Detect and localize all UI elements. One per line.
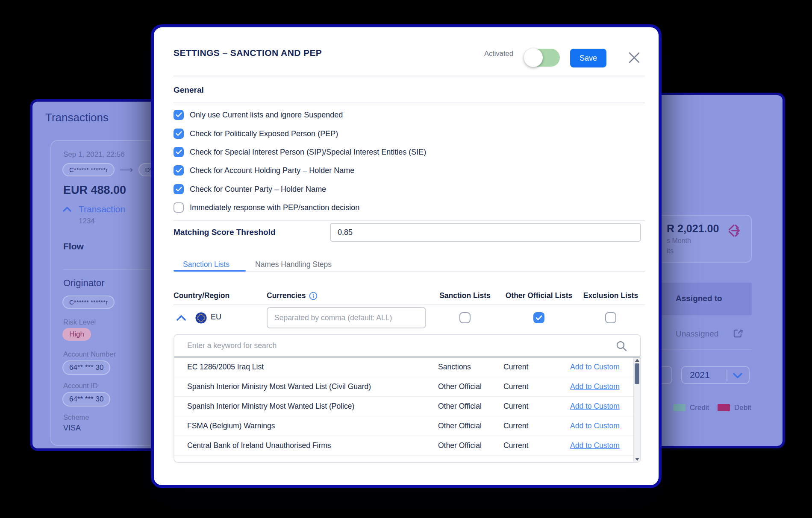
summary-line2: s Month	[667, 237, 691, 245]
transfer-diamond-icon	[727, 222, 743, 239]
add-to-custom-link[interactable]: Add to Custom	[570, 461, 620, 463]
scroll-down-arrow[interactable]	[635, 458, 639, 461]
risk-level-badge: High	[62, 328, 91, 341]
sanction-lists-checkbox[interactable]	[459, 312, 471, 323]
threshold-input[interactable]	[330, 223, 641, 242]
credit-legend-swatch	[673, 404, 685, 411]
checkbox-label: Only use Current lists and ignore Suspen…	[190, 111, 343, 120]
screenshot-stage: Transactions Sep 1, 2021, 22:56 C****** …	[0, 0, 812, 518]
threshold-label: Matching Score Threshold	[174, 228, 276, 237]
assigned-to-label: Assigned to	[676, 294, 722, 303]
col-exclusion-lists: Exclusion Lists	[581, 291, 641, 300]
add-to-custom-link[interactable]: Add to Custom	[570, 363, 620, 371]
checkbox-label: Check for Account Holding Party – Holder…	[190, 166, 354, 175]
scroll-up-arrow[interactable]	[635, 359, 639, 362]
add-to-custom-link[interactable]: Add to Custom	[570, 382, 620, 391]
checkbox-unchecked-icon[interactable]	[174, 202, 184, 213]
list-type: Other Official	[438, 441, 503, 450]
exclusion-lists-checkbox[interactable]	[605, 312, 616, 323]
transaction-link[interactable]: Transaction	[79, 204, 125, 214]
account-number-label: Account Number	[63, 350, 116, 358]
list-row: Spanish Interior Ministry Most Wanted Li…	[174, 377, 635, 397]
checkbox-row[interactable]: Immediately response with PEP/sanction d…	[174, 202, 359, 213]
col-sanction-lists: Sanction Lists	[439, 291, 491, 300]
scrollbar-thumb[interactable]	[635, 363, 639, 384]
checkbox-checked-icon[interactable]	[174, 184, 184, 194]
save-button[interactable]: Save	[570, 49, 606, 67]
list-row: EC 1690/2005-Al-Qaida & Taliban List San…	[174, 456, 635, 463]
col-currencies: Currencies	[267, 291, 306, 300]
risk-level-label: Risk Level	[63, 318, 96, 326]
list-row: FSMA (Belgium) Warnings Other Official C…	[174, 416, 635, 436]
activated-toggle[interactable]	[525, 49, 560, 67]
flow-heading: Flow	[63, 241, 84, 252]
scrollbar-track[interactable]	[633, 357, 640, 462]
list-status: Current	[503, 402, 570, 411]
general-heading: General	[174, 85, 204, 95]
transaction-date: Sep 1, 2021, 22:56	[63, 150, 125, 159]
checkbox-checked-icon[interactable]	[174, 165, 184, 176]
credit-legend-label: Credit	[690, 404, 709, 412]
info-icon[interactable]	[309, 292, 318, 300]
checkbox-label: Check for Politically Exposed Person (PE…	[190, 129, 338, 138]
scheme-value: VISA	[63, 424, 81, 433]
transactions-title: Transactions	[45, 111, 109, 124]
currencies-input[interactable]	[267, 307, 426, 328]
activated-label: Activated	[484, 50, 513, 58]
list-type: Other Official	[438, 382, 503, 391]
summary-amount: R 2,021.00	[667, 222, 719, 235]
settings-modal: SETTINGS – SANCTION AND PEP Activated Sa…	[151, 24, 662, 488]
checkbox-checked-icon[interactable]	[174, 110, 184, 120]
close-icon[interactable]	[628, 51, 641, 64]
checkbox-row[interactable]: Only use Current lists and ignore Suspen…	[174, 110, 343, 120]
debit-legend-label: Debit	[734, 404, 751, 412]
account-id-label: Account ID	[63, 382, 98, 390]
debit-legend-swatch	[718, 404, 730, 411]
add-to-custom-link[interactable]: Add to Custom	[570, 402, 620, 410]
modal-title: SETTINGS – SANCTION AND PEP	[174, 48, 322, 58]
tab-names-handling-steps[interactable]: Names Handling Steps	[255, 260, 332, 269]
toggle-knob	[524, 48, 543, 67]
checkbox-row[interactable]: Check for Account Holding Party – Holder…	[174, 165, 354, 176]
active-tab-underline	[174, 270, 246, 272]
add-to-custom-link[interactable]: Add to Custom	[570, 421, 620, 430]
col-country-region: Country/Region	[174, 291, 229, 300]
other-official-lists-checkbox[interactable]	[533, 312, 544, 323]
list-status: Current	[503, 382, 570, 391]
add-to-custom-link[interactable]: Add to Custom	[570, 441, 620, 450]
scheme-label: Scheme	[63, 413, 89, 421]
col-other-official-lists: Other Official Lists	[505, 291, 573, 300]
checkbox-row[interactable]: Check for Counter Party – Holder Name	[174, 184, 326, 194]
chevron-down-icon	[733, 372, 743, 379]
checkbox-checked-icon[interactable]	[174, 147, 184, 157]
checkbox-checked-icon[interactable]	[174, 129, 184, 139]
tab-sanction-lists[interactable]: Sanction Lists	[183, 260, 229, 269]
collapse-region-chevron-icon[interactable]	[176, 315, 186, 321]
search-input[interactable]	[174, 335, 640, 357]
originator-party-pill: C****** ******r	[62, 296, 115, 309]
external-link-icon[interactable]	[733, 328, 744, 339]
account-id-pill: 64** *** 30	[62, 392, 110, 407]
search-icon[interactable]	[615, 340, 627, 352]
year-dropdown[interactable]: 2021	[681, 366, 750, 384]
list-name: Central Bank of Ireland Unauthorised Fir…	[187, 441, 438, 450]
checkbox-label: Immediately response with PEP/sanction d…	[190, 203, 359, 212]
assigned-to-value: Unassigned	[676, 329, 718, 339]
originator-pill: C****** ******r	[62, 163, 115, 176]
checkbox-label: Check for Counter Party – Holder Name	[190, 185, 326, 194]
list-type: Sanctions	[438, 363, 503, 372]
transaction-id: 1234	[79, 217, 95, 225]
list-name: EC 1286/2005 Iraq List	[187, 363, 438, 372]
list-status: Current	[503, 363, 570, 372]
summary-line3: its	[667, 247, 674, 255]
checkbox-row[interactable]: Check for Politically Exposed Person (PE…	[174, 129, 338, 139]
originator-heading: Originator	[63, 278, 105, 289]
collapse-chevron-icon[interactable]	[62, 206, 72, 212]
sanction-list-container: EC 1286/2005 Iraq List Sanctions Current…	[174, 334, 641, 463]
list-name: Spanish Interior Ministry Most Wanted Li…	[187, 402, 438, 411]
eu-flag-icon	[195, 312, 207, 324]
list-name: EC 1690/2005-Al-Qaida & Taliban List	[187, 461, 438, 463]
list-row: Spanish Interior Ministry Most Wanted Li…	[174, 397, 635, 416]
checkbox-row[interactable]: Check for Special Interest Person (SIP)/…	[174, 147, 426, 157]
list-status: Current	[503, 461, 570, 463]
